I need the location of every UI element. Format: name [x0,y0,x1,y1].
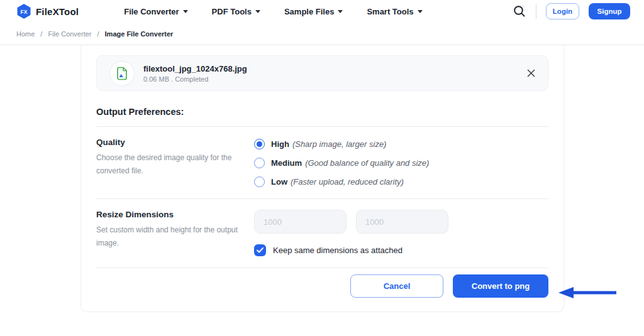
radio-icon[interactable] [254,158,265,168]
file-meta: 0.06 MB . Completed [143,75,247,83]
resize-controls: Keep same dimensions as attached [254,210,448,256]
main-nav: File Converter PDF Tools Sample Files Sm… [124,7,422,16]
nav-item-sample-files[interactable]: Sample Files [284,7,343,16]
quality-option-medium[interactable]: Medium (Good balance of quality and size… [254,158,429,168]
quality-option-note: (Faster upload, reduced clarity) [291,177,404,187]
nav-item-file-converter[interactable]: File Converter [124,7,187,16]
quality-option-high[interactable]: High (Sharp image, larger size) [254,139,429,149]
width-input[interactable] [254,210,347,234]
nav-item-label: PDF Tools [212,7,252,16]
chevron-down-icon [338,10,343,13]
image-file-icon [116,67,128,80]
breadcrumb-bar: Home / File Converter / Image File Conve… [0,23,644,45]
nav-item-pdf-tools[interactable]: PDF Tools [212,7,260,16]
checkbox-checked-icon[interactable] [254,244,266,256]
signup-button[interactable]: Signup [589,3,630,19]
breadcrumb-separator: / [97,30,99,38]
radio-icon[interactable] [254,176,265,187]
nav-item-label: Sample Files [284,7,334,16]
brand[interactable]: FX FileXTool [16,4,79,19]
footer-actions: Cancel Convert to png [96,268,548,304]
keep-dimensions-label: Keep same dimensions as attached [273,246,402,255]
file-avatar [109,61,135,86]
breadcrumb-separator: / [40,30,42,38]
resize-description: Set custom width and height for the outp… [96,224,238,250]
quality-label: Quality [96,138,242,147]
quality-labels: Quality Choose the desired image quality… [96,138,254,187]
breadcrumb-home[interactable]: Home [16,30,35,38]
resize-label: Resize Dimensions [96,210,242,219]
output-preferences-heading: Output Preferences: [96,107,548,117]
breadcrumb-file-converter[interactable]: File Converter [48,30,91,38]
file-name: filextool_jpg_1024x768.jpg [143,64,247,73]
dimension-inputs [254,210,448,234]
nav-item-smart-tools[interactable]: Smart Tools [367,7,422,16]
chevron-down-icon [255,10,260,13]
quality-option-label: Low [271,177,287,187]
login-button[interactable]: Login [546,3,579,19]
quality-option-note: (Sharp image, larger size) [292,139,387,149]
header: FX FileXTool File Converter PDF Tools Sa… [0,0,644,23]
convert-button[interactable]: Convert to png [453,274,548,298]
remove-file-button[interactable] [527,69,535,77]
quality-option-note: (Good balance of quality and size) [305,158,429,168]
nav-item-label: Smart Tools [367,7,413,16]
resize-labels: Resize Dimensions Set custom width and h… [96,210,254,256]
uploaded-file-row: filextool_jpg_1024x768.jpg 0.06 MB . Com… [96,55,548,91]
quality-description: Choose the desired image quality for the… [96,151,238,178]
keep-dimensions-option[interactable]: Keep same dimensions as attached [254,244,448,256]
chevron-down-icon [418,10,423,13]
brand-logo-icon: FX [16,4,31,19]
quality-option-label: High [271,139,289,149]
quality-option-label: Medium [271,158,302,168]
brand-name: FileXTool [36,6,79,17]
header-right: Login Signup [513,3,630,19]
quality-option-low[interactable]: Low (Faster upload, reduced clarity) [254,176,429,187]
search-icon[interactable] [513,4,526,18]
converter-card: filextool_jpg_1024x768.jpg 0.06 MB . Com… [80,45,564,312]
brand-logo-text: FX [21,9,28,15]
breadcrumb-current: Image File Converter [105,30,174,38]
header-divider [536,4,536,19]
page: FX FileXTool File Converter PDF Tools Sa… [0,0,644,336]
chevron-down-icon [183,10,188,13]
nav-item-label: File Converter [124,7,179,16]
file-texts: filextool_jpg_1024x768.jpg 0.06 MB . Com… [143,64,247,83]
quality-row: Quality Choose the desired image quality… [96,126,548,198]
pointer-arrow-icon [557,286,618,300]
radio-selected-icon[interactable] [254,139,265,149]
breadcrumb: Home / File Converter / Image File Conve… [16,30,173,38]
close-icon [527,69,535,77]
height-input[interactable] [356,210,448,234]
quality-options: High (Sharp image, larger size) Medium (… [254,138,429,187]
resize-row: Resize Dimensions Set custom width and h… [96,198,548,268]
cancel-button[interactable]: Cancel [350,274,443,298]
